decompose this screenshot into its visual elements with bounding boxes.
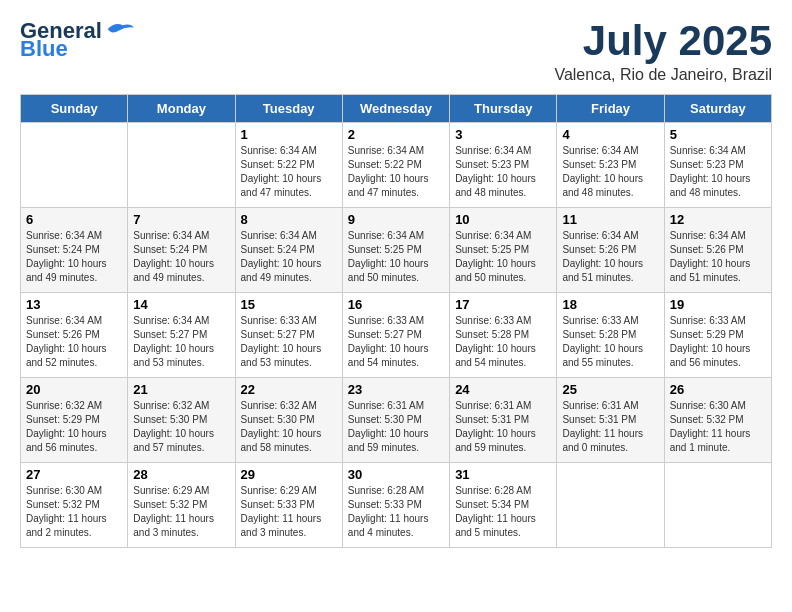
day-info: Sunrise: 6:32 AM Sunset: 5:29 PM Dayligh… [26,399,122,455]
calendar-cell: 2Sunrise: 6:34 AM Sunset: 5:22 PM Daylig… [342,123,449,208]
weekday-header-saturday: Saturday [664,95,771,123]
calendar-subtitle: Valenca, Rio de Janeiro, Brazil [554,66,772,84]
day-number: 6 [26,212,122,227]
day-info: Sunrise: 6:34 AM Sunset: 5:23 PM Dayligh… [455,144,551,200]
day-info: Sunrise: 6:34 AM Sunset: 5:23 PM Dayligh… [670,144,766,200]
day-number: 26 [670,382,766,397]
day-info: Sunrise: 6:33 AM Sunset: 5:29 PM Dayligh… [670,314,766,370]
calendar-cell: 29Sunrise: 6:29 AM Sunset: 5:33 PM Dayli… [235,463,342,548]
day-info: Sunrise: 6:33 AM Sunset: 5:27 PM Dayligh… [348,314,444,370]
day-info: Sunrise: 6:33 AM Sunset: 5:27 PM Dayligh… [241,314,337,370]
day-number: 29 [241,467,337,482]
calendar-cell: 17Sunrise: 6:33 AM Sunset: 5:28 PM Dayli… [450,293,557,378]
day-info: Sunrise: 6:29 AM Sunset: 5:32 PM Dayligh… [133,484,229,540]
day-number: 5 [670,127,766,142]
logo-bird-icon [104,20,134,38]
day-info: Sunrise: 6:34 AM Sunset: 5:22 PM Dayligh… [348,144,444,200]
calendar-cell: 4Sunrise: 6:34 AM Sunset: 5:23 PM Daylig… [557,123,664,208]
day-number: 11 [562,212,658,227]
title-area: July 2025 Valenca, Rio de Janeiro, Brazi… [554,20,772,84]
day-info: Sunrise: 6:34 AM Sunset: 5:22 PM Dayligh… [241,144,337,200]
weekday-header-tuesday: Tuesday [235,95,342,123]
day-info: Sunrise: 6:34 AM Sunset: 5:26 PM Dayligh… [562,229,658,285]
day-number: 16 [348,297,444,312]
day-number: 20 [26,382,122,397]
day-number: 12 [670,212,766,227]
calendar-cell: 1Sunrise: 6:34 AM Sunset: 5:22 PM Daylig… [235,123,342,208]
day-info: Sunrise: 6:32 AM Sunset: 5:30 PM Dayligh… [133,399,229,455]
day-number: 15 [241,297,337,312]
day-number: 3 [455,127,551,142]
day-info: Sunrise: 6:34 AM Sunset: 5:24 PM Dayligh… [26,229,122,285]
day-info: Sunrise: 6:33 AM Sunset: 5:28 PM Dayligh… [455,314,551,370]
calendar-cell [21,123,128,208]
calendar-cell: 18Sunrise: 6:33 AM Sunset: 5:28 PM Dayli… [557,293,664,378]
calendar-title: July 2025 [554,20,772,62]
day-info: Sunrise: 6:34 AM Sunset: 5:24 PM Dayligh… [241,229,337,285]
calendar-cell: 19Sunrise: 6:33 AM Sunset: 5:29 PM Dayli… [664,293,771,378]
day-number: 31 [455,467,551,482]
calendar-cell [128,123,235,208]
weekday-header-monday: Monday [128,95,235,123]
day-number: 7 [133,212,229,227]
day-info: Sunrise: 6:34 AM Sunset: 5:23 PM Dayligh… [562,144,658,200]
calendar-cell: 10Sunrise: 6:34 AM Sunset: 5:25 PM Dayli… [450,208,557,293]
calendar-cell: 5Sunrise: 6:34 AM Sunset: 5:23 PM Daylig… [664,123,771,208]
week-row-5: 27Sunrise: 6:30 AM Sunset: 5:32 PM Dayli… [21,463,772,548]
calendar-cell: 6Sunrise: 6:34 AM Sunset: 5:24 PM Daylig… [21,208,128,293]
day-number: 9 [348,212,444,227]
day-info: Sunrise: 6:30 AM Sunset: 5:32 PM Dayligh… [26,484,122,540]
day-info: Sunrise: 6:28 AM Sunset: 5:34 PM Dayligh… [455,484,551,540]
day-info: Sunrise: 6:32 AM Sunset: 5:30 PM Dayligh… [241,399,337,455]
calendar-table: SundayMondayTuesdayWednesdayThursdayFrid… [20,94,772,548]
day-info: Sunrise: 6:34 AM Sunset: 5:25 PM Dayligh… [348,229,444,285]
calendar-cell: 7Sunrise: 6:34 AM Sunset: 5:24 PM Daylig… [128,208,235,293]
day-info: Sunrise: 6:34 AM Sunset: 5:25 PM Dayligh… [455,229,551,285]
weekday-header-row: SundayMondayTuesdayWednesdayThursdayFrid… [21,95,772,123]
weekday-header-friday: Friday [557,95,664,123]
day-number: 1 [241,127,337,142]
calendar-cell: 16Sunrise: 6:33 AM Sunset: 5:27 PM Dayli… [342,293,449,378]
day-info: Sunrise: 6:31 AM Sunset: 5:30 PM Dayligh… [348,399,444,455]
day-info: Sunrise: 6:28 AM Sunset: 5:33 PM Dayligh… [348,484,444,540]
calendar-cell [557,463,664,548]
calendar-cell: 21Sunrise: 6:32 AM Sunset: 5:30 PM Dayli… [128,378,235,463]
calendar-cell: 8Sunrise: 6:34 AM Sunset: 5:24 PM Daylig… [235,208,342,293]
calendar-cell: 11Sunrise: 6:34 AM Sunset: 5:26 PM Dayli… [557,208,664,293]
day-info: Sunrise: 6:34 AM Sunset: 5:24 PM Dayligh… [133,229,229,285]
day-number: 30 [348,467,444,482]
day-number: 17 [455,297,551,312]
page-header: General Blue July 2025 Valenca, Rio de J… [20,20,772,84]
day-number: 10 [455,212,551,227]
calendar-cell: 28Sunrise: 6:29 AM Sunset: 5:32 PM Dayli… [128,463,235,548]
day-number: 8 [241,212,337,227]
calendar-cell: 12Sunrise: 6:34 AM Sunset: 5:26 PM Dayli… [664,208,771,293]
day-number: 2 [348,127,444,142]
calendar-cell [664,463,771,548]
week-row-4: 20Sunrise: 6:32 AM Sunset: 5:29 PM Dayli… [21,378,772,463]
day-number: 18 [562,297,658,312]
weekday-header-wednesday: Wednesday [342,95,449,123]
calendar-cell: 23Sunrise: 6:31 AM Sunset: 5:30 PM Dayli… [342,378,449,463]
day-info: Sunrise: 6:34 AM Sunset: 5:26 PM Dayligh… [26,314,122,370]
calendar-cell: 25Sunrise: 6:31 AM Sunset: 5:31 PM Dayli… [557,378,664,463]
day-number: 22 [241,382,337,397]
day-number: 23 [348,382,444,397]
calendar-cell: 20Sunrise: 6:32 AM Sunset: 5:29 PM Dayli… [21,378,128,463]
weekday-header-thursday: Thursday [450,95,557,123]
week-row-3: 13Sunrise: 6:34 AM Sunset: 5:26 PM Dayli… [21,293,772,378]
logo-text-blue: Blue [20,38,68,60]
logo: General Blue [20,20,134,60]
day-number: 14 [133,297,229,312]
day-info: Sunrise: 6:34 AM Sunset: 5:26 PM Dayligh… [670,229,766,285]
day-number: 24 [455,382,551,397]
calendar-cell: 15Sunrise: 6:33 AM Sunset: 5:27 PM Dayli… [235,293,342,378]
weekday-header-sunday: Sunday [21,95,128,123]
calendar-cell: 24Sunrise: 6:31 AM Sunset: 5:31 PM Dayli… [450,378,557,463]
calendar-cell: 13Sunrise: 6:34 AM Sunset: 5:26 PM Dayli… [21,293,128,378]
day-number: 19 [670,297,766,312]
calendar-cell: 31Sunrise: 6:28 AM Sunset: 5:34 PM Dayli… [450,463,557,548]
day-number: 13 [26,297,122,312]
day-number: 4 [562,127,658,142]
week-row-2: 6Sunrise: 6:34 AM Sunset: 5:24 PM Daylig… [21,208,772,293]
